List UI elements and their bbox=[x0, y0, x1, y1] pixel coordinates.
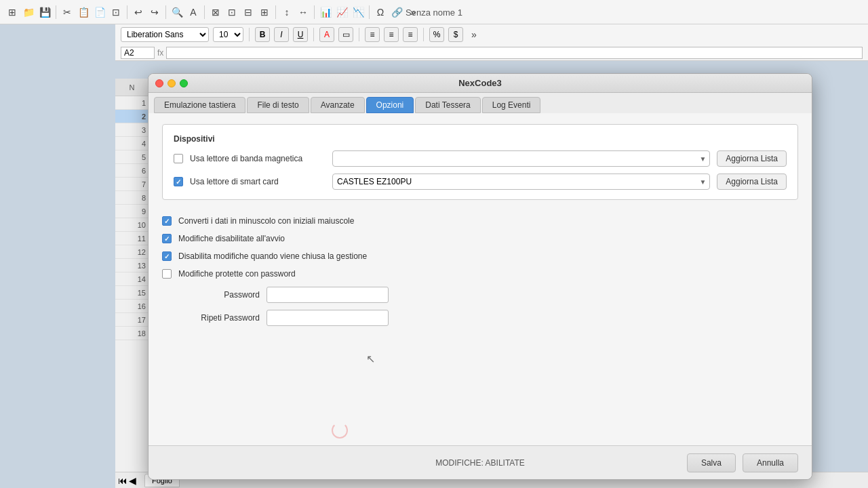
option-2-checkbox[interactable] bbox=[162, 234, 172, 243]
option-1-checkbox[interactable] bbox=[162, 216, 172, 226]
chart2-icon[interactable]: 📈 bbox=[335, 5, 349, 19]
option-row-4: Modifiche protette con password bbox=[162, 269, 798, 279]
row-11: 11 bbox=[115, 232, 149, 245]
align-right-button[interactable]: ≡ bbox=[403, 27, 418, 42]
chart3-icon[interactable]: 📉 bbox=[351, 5, 365, 19]
cancel-button[interactable]: Annulla bbox=[743, 453, 798, 472]
omega-icon[interactable]: Ω bbox=[374, 5, 387, 19]
italic-button[interactable]: I bbox=[274, 27, 289, 42]
row-2: 2 bbox=[115, 110, 149, 123]
row-6: 6 bbox=[115, 164, 149, 178]
smart-card-row: Usa lettore di smart card CASTLES EZ100P… bbox=[174, 174, 787, 190]
font-color-button[interactable]: A bbox=[319, 27, 334, 42]
option-3-label: Disabilita modifiche quando viene chiusa… bbox=[178, 251, 367, 261]
chart-icon[interactable]: 📊 bbox=[319, 5, 332, 19]
tab-log[interactable]: Log Eventi bbox=[482, 97, 541, 113]
cut-icon[interactable]: ✂ bbox=[60, 5, 74, 19]
option-4-label: Modifiche protette con password bbox=[178, 269, 296, 279]
row-header: N bbox=[115, 79, 149, 96]
align-left-button[interactable]: ≡ bbox=[365, 27, 380, 42]
folder-icon[interactable]: 📁 bbox=[22, 5, 35, 19]
copy-icon[interactable]: 📋 bbox=[77, 5, 90, 19]
cell-reference[interactable] bbox=[121, 47, 155, 59]
mag-stripe-select[interactable] bbox=[332, 150, 710, 167]
mag-stripe-update-button[interactable]: Aggiorna Lista bbox=[717, 150, 787, 167]
sep1 bbox=[56, 5, 56, 19]
table3-icon[interactable]: ⊟ bbox=[241, 5, 255, 19]
row-18: 18 bbox=[115, 327, 149, 340]
search-icon[interactable]: 🔍 bbox=[170, 5, 184, 19]
table4-icon[interactable]: ⊞ bbox=[258, 5, 271, 19]
password-row: Password bbox=[178, 287, 798, 303]
formula-input[interactable] bbox=[166, 47, 863, 59]
option-row-1: Converti i dati in minuscolo con inizial… bbox=[162, 216, 798, 226]
percent-button[interactable]: % bbox=[429, 27, 444, 42]
text-icon[interactable]: A bbox=[186, 5, 200, 19]
smart-card-checkbox[interactable] bbox=[174, 177, 183, 186]
prev-sheet-icon[interactable]: ◀ bbox=[129, 475, 136, 486]
dialog-title: NexCode3 bbox=[458, 78, 502, 88]
row-17: 17 bbox=[115, 313, 149, 327]
dialog-tabs: Emulazione tastiera File di testo Avanza… bbox=[149, 93, 812, 113]
smart-card-update-button[interactable]: Aggiorna Lista bbox=[717, 174, 787, 190]
minimize-button[interactable] bbox=[167, 79, 176, 87]
col-width-icon[interactable]: ↔ bbox=[296, 5, 310, 19]
sep6 bbox=[314, 5, 315, 19]
bold-button[interactable]: B bbox=[255, 27, 270, 42]
window-title: Senza nome 1 bbox=[0, 0, 868, 24]
smart-card-select[interactable]: CASTLES EZ100PU bbox=[332, 174, 710, 190]
tab-file[interactable]: File di testo bbox=[247, 97, 309, 113]
sep2 bbox=[127, 5, 127, 19]
font-selector[interactable]: Liberation Sans bbox=[121, 27, 209, 42]
option-2-label: Modifiche disabilitate all'avvio bbox=[178, 234, 285, 243]
underline-button[interactable]: U bbox=[293, 27, 308, 42]
close-button[interactable] bbox=[155, 79, 163, 87]
paste-special-icon[interactable]: ⊡ bbox=[109, 5, 123, 19]
sep3 bbox=[165, 5, 166, 19]
ripeti-password-row: Ripeti Password bbox=[178, 310, 798, 326]
paste-icon[interactable]: 📄 bbox=[93, 5, 106, 19]
tab-avanzate[interactable]: Avanzate bbox=[311, 97, 365, 113]
dialog-titlebar: NexCode3 bbox=[149, 74, 812, 93]
tab-opzioni[interactable]: Opzioni bbox=[366, 97, 414, 113]
sep4 bbox=[204, 5, 205, 19]
undo-icon[interactable]: ↩ bbox=[132, 5, 145, 19]
toolbar-row2: Liberation Sans 10 B I U A ▭ ≡ ≡ ≡ % $ » bbox=[115, 24, 868, 45]
save-button[interactable]: Salva bbox=[687, 453, 736, 472]
option-4-checkbox[interactable] bbox=[162, 269, 172, 279]
save-icon[interactable]: 💾 bbox=[38, 5, 52, 19]
bg-color-button[interactable]: ▭ bbox=[338, 27, 353, 42]
options-section: Converti i dati in minuscolo con inizial… bbox=[162, 211, 798, 338]
font-size-selector[interactable]: 10 bbox=[213, 27, 243, 42]
redo-icon[interactable]: ↪ bbox=[148, 5, 161, 19]
password-section: Password Ripeti Password bbox=[162, 287, 798, 326]
mag-stripe-checkbox[interactable] bbox=[174, 154, 183, 163]
table2-icon[interactable]: ⊡ bbox=[225, 5, 239, 19]
maximize-button[interactable] bbox=[180, 79, 188, 87]
option-3-checkbox[interactable] bbox=[162, 251, 172, 261]
link-icon[interactable]: 🔗 bbox=[390, 5, 403, 19]
password-label: Password bbox=[178, 290, 260, 300]
table1-icon[interactable]: ⊠ bbox=[209, 5, 222, 19]
more-icon[interactable]: » bbox=[406, 5, 420, 19]
option-row-3: Disabilita modifiche quando viene chiusa… bbox=[162, 251, 798, 261]
ripeti-password-input[interactable] bbox=[267, 310, 389, 326]
more2-icon[interactable]: » bbox=[467, 28, 481, 41]
row-9: 9 bbox=[115, 205, 149, 218]
row-16: 16 bbox=[115, 300, 149, 313]
align-center-button[interactable]: ≡ bbox=[384, 27, 399, 42]
row-height-icon[interactable]: ↕ bbox=[280, 5, 294, 19]
first-sheet-icon[interactable]: ⏮ bbox=[118, 475, 127, 486]
password-input[interactable] bbox=[267, 287, 389, 303]
tab-emulazione[interactable]: Emulazione tastiera bbox=[154, 97, 245, 113]
row-10: 10 bbox=[115, 218, 149, 232]
mag-stripe-row: Usa lettore di banda magnetica ▼ Aggiorn… bbox=[174, 150, 787, 167]
row-12: 12 bbox=[115, 245, 149, 259]
tab-dati[interactable]: Dati Tessera bbox=[415, 97, 480, 113]
smart-card-select-wrap: CASTLES EZ100PU ▼ bbox=[332, 174, 710, 190]
table-icon[interactable]: ⊞ bbox=[5, 5, 19, 19]
row-numbers: N 1 2 3 4 5 6 7 8 9 10 11 12 13 14 15 16… bbox=[115, 79, 149, 488]
nav-arrows[interactable]: ⏮ ◀ bbox=[118, 475, 136, 486]
sep5 bbox=[275, 5, 276, 19]
currency-button[interactable]: $ bbox=[448, 27, 463, 42]
